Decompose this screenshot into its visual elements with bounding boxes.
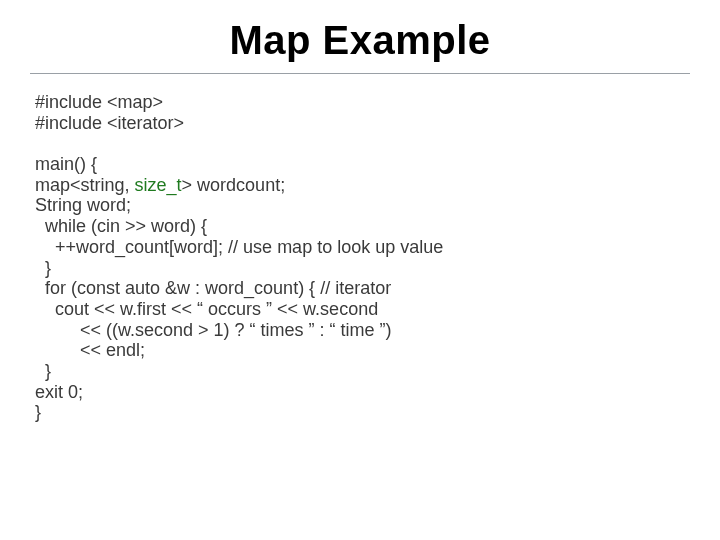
code-line: ++word_count[word]; // use map to look u…	[35, 237, 443, 257]
code-line: }	[35, 361, 51, 381]
code-line: <iterator>	[102, 113, 184, 133]
code-line: String word;	[35, 195, 131, 215]
code-line: }	[35, 258, 51, 278]
code-line: > wordcount;	[182, 175, 286, 195]
code-line: <map>	[102, 92, 163, 112]
code-line: #include	[35, 113, 102, 133]
code-line: #include	[35, 92, 102, 112]
code-type: size_t	[135, 175, 182, 195]
code-line: for (const auto &w : word_count) { // it…	[35, 278, 391, 298]
slide-title: Map Example	[0, 0, 720, 63]
code-line: }	[35, 402, 41, 422]
code-line: main() {	[35, 154, 97, 174]
code-line: map<string,	[35, 175, 135, 195]
code-line: exit 0;	[35, 382, 83, 402]
code-line: cout << w.first << “ occurs ” << w.secon…	[35, 299, 378, 319]
code-line: << ((w.second > 1) ? “ times ” : “ time …	[35, 320, 392, 340]
code-block: #include <map> #include <iterator> main(…	[0, 74, 720, 423]
code-line: << endl;	[35, 340, 145, 360]
code-line: while (cin >> word) {	[35, 216, 207, 236]
slide: Map Example #include <map> #include <ite…	[0, 0, 720, 540]
